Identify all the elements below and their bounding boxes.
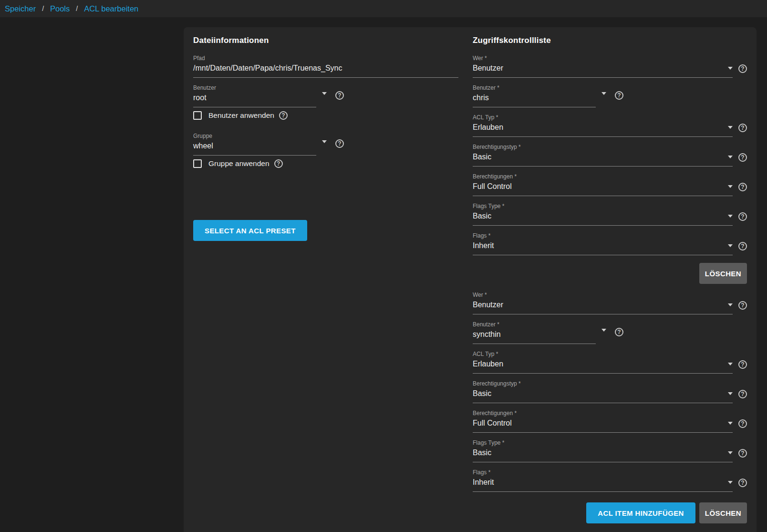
acl-type-select[interactable]: Erlauben (473, 123, 733, 137)
chevron-down-icon (728, 185, 733, 188)
delete-acl-entry-button[interactable]: LÖSCHEN (699, 263, 747, 284)
permissions-type-select[interactable]: Basic (473, 152, 733, 167)
chevron-down-icon[interactable] (322, 92, 327, 95)
chevron-down-icon (728, 481, 733, 484)
apply-user-label: Benutzer anwenden (208, 111, 274, 120)
path-value: /mnt/Daten/Daten/Papa/chris/Truenas_Sync (193, 63, 342, 73)
access-control-list-section: Zugriffskontrollliste Wer * Benutzer ? (473, 36, 747, 523)
add-acl-item-button[interactable]: ACL ITEM HINZUFÜGEN (586, 502, 695, 523)
breadcrumb-link-pools[interactable]: Pools (50, 4, 70, 13)
permissions-type-select[interactable]: Basic (473, 389, 733, 403)
delete-acl-entry-button[interactable]: LÖSCHEN (699, 502, 747, 523)
flags-value: Inherit (473, 241, 494, 250)
flags-type-label: Flags Type * (473, 439, 733, 446)
flags-field: Flags * Inherit ? (473, 232, 747, 255)
flags-type-value: Basic (473, 211, 491, 220)
permissions-type-field: Berechtigungstyp * Basic ? (473, 144, 747, 167)
chevron-down-icon (728, 215, 733, 218)
apply-user-checkbox[interactable] (193, 111, 202, 120)
breadcrumb-link-speicher[interactable]: Speicher (5, 4, 36, 13)
who-select[interactable]: Benutzer (473, 300, 733, 314)
acl-type-value: Erlauben (473, 123, 503, 132)
edit-acl-card: Dateiinformationen Pfad /mnt/Daten/Daten… (184, 27, 757, 532)
access-control-list-title: Zugriffskontrollliste (473, 36, 747, 45)
path-field: Pfad /mnt/Daten/Daten/Papa/chris/Truenas… (193, 55, 458, 78)
permissions-value: Full Control (473, 182, 512, 191)
user-field: Benutzer root ? (193, 84, 458, 107)
who-field: Wer * Benutzer ? (473, 55, 747, 78)
apply-group-label: Gruppe anwenden (208, 159, 269, 168)
help-icon[interactable]: ? (335, 91, 344, 100)
help-icon[interactable]: ? (335, 139, 344, 148)
help-icon[interactable]: ? (274, 159, 283, 168)
breadcrumb-separator: / (76, 5, 78, 12)
who-value: Benutzer (473, 63, 503, 73)
breadcrumb: Speicher / Pools / ACL bearbeiten (0, 0, 767, 17)
permissions-field: Berechtigungen * Full Control ? (473, 410, 747, 433)
permissions-value: Full Control (473, 418, 512, 428)
help-icon[interactable]: ? (738, 479, 747, 487)
user-value: root (193, 93, 207, 102)
permissions-select[interactable]: Full Control (473, 182, 733, 196)
acl-entry: Wer * Benutzer ? Benutzer * syncthin (473, 292, 747, 523)
help-icon[interactable]: ? (738, 390, 747, 398)
help-icon[interactable]: ? (738, 153, 747, 162)
chevron-down-icon[interactable] (322, 140, 327, 143)
flags-type-field: Flags Type * Basic ? (473, 439, 747, 462)
permissions-select[interactable]: Full Control (473, 418, 733, 433)
help-icon[interactable]: ? (738, 183, 747, 191)
who-select[interactable]: Benutzer (473, 63, 733, 78)
acl-type-value: Erlauben (473, 359, 503, 368)
apply-group-checkbox[interactable] (193, 159, 202, 168)
chevron-down-icon (728, 451, 733, 454)
user-combobox[interactable]: root (193, 93, 316, 107)
chevron-down-icon (728, 363, 733, 365)
acl-user-value: chris (473, 93, 489, 102)
chevron-down-icon (728, 244, 733, 247)
help-icon[interactable]: ? (738, 242, 747, 250)
help-icon[interactable]: ? (738, 64, 747, 73)
permissions-type-label: Berechtigungstyp * (473, 380, 733, 387)
chevron-down-icon (728, 126, 733, 129)
apply-user-row: Benutzer anwenden ? (193, 111, 458, 120)
acl-user-label: Benutzer * (473, 84, 596, 91)
help-icon[interactable]: ? (738, 449, 747, 458)
help-icon[interactable]: ? (615, 328, 623, 336)
permissions-type-field: Berechtigungstyp * Basic ? (473, 380, 747, 403)
chevron-down-icon[interactable] (601, 92, 606, 95)
help-icon[interactable]: ? (738, 419, 747, 428)
chevron-down-icon (728, 392, 733, 395)
permissions-label: Berechtigungen * (473, 173, 733, 180)
acl-type-label: ACL Typ * (473, 351, 733, 357)
flags-select[interactable]: Inherit (473, 478, 733, 492)
flags-type-select[interactable]: Basic (473, 211, 733, 226)
help-icon[interactable]: ? (279, 111, 288, 120)
acl-type-select[interactable]: Erlauben (473, 359, 733, 374)
permissions-type-value: Basic (473, 152, 491, 161)
flags-label: Flags * (473, 232, 733, 239)
path-input[interactable]: /mnt/Daten/Daten/Papa/chris/Truenas_Sync (193, 63, 458, 78)
file-information-section: Dateiinformationen Pfad /mnt/Daten/Daten… (193, 36, 458, 523)
help-icon[interactable]: ? (738, 301, 747, 310)
flags-type-value: Basic (473, 448, 491, 457)
chevron-down-icon[interactable] (601, 329, 606, 332)
flags-select[interactable]: Inherit (473, 241, 733, 255)
acl-user-combobox[interactable]: chris (473, 93, 596, 107)
help-icon[interactable]: ? (738, 212, 747, 221)
chevron-down-icon (728, 67, 733, 70)
who-field: Wer * Benutzer ? (473, 292, 747, 314)
acl-user-combobox[interactable]: syncthin (473, 330, 596, 344)
group-combobox[interactable]: wheel (193, 141, 316, 156)
acl-entry: Wer * Benutzer ? Benutzer * chris (473, 55, 747, 284)
help-icon[interactable]: ? (615, 91, 623, 100)
help-icon[interactable]: ? (738, 360, 747, 369)
apply-group-row: Gruppe anwenden ? (193, 159, 458, 168)
flags-type-field: Flags Type * Basic ? (473, 203, 747, 226)
flags-value: Inherit (473, 478, 494, 487)
who-value: Benutzer (473, 300, 503, 309)
select-acl-preset-button[interactable]: SELECT AN ACL PRESET (193, 220, 307, 241)
permissions-type-label: Berechtigungstyp * (473, 144, 733, 150)
flags-type-select[interactable]: Basic (473, 448, 733, 462)
help-icon[interactable]: ? (738, 124, 747, 132)
user-label: Benutzer (193, 84, 316, 91)
